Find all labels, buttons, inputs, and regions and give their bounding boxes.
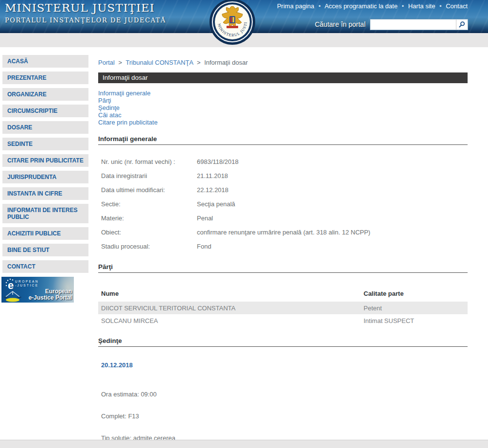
sidebar-item-achizitii-publice[interactable]: ACHIZITII PUBLICE [2, 227, 88, 240]
ejustice-logo-line2: -JUSTICE [15, 284, 38, 287]
party-name: DIICOT SERVICIUL TERITORIAL CONSTANTA [101, 305, 364, 312]
field-value: confirmare renunţare urmărire penală (ar… [197, 229, 468, 243]
hearing-details: Ora estimata: 09:00 Complet: F13 Tip sol… [98, 376, 468, 440]
ejustice-logo-letter: e [8, 279, 14, 291]
sidebar-item-citare-prin-publicitate[interactable]: CITARE PRIN PUBLICITATE [2, 154, 88, 167]
main-content: Portal > Tribunalul CONSTANŢA > Informaţ… [98, 47, 468, 440]
scales-of-justice-icon [2, 290, 23, 302]
page-footer [0, 440, 488, 448]
sidebar-item-contact[interactable]: CONTACT [2, 260, 88, 273]
party-name: SOLCANU MIRCEA [101, 317, 364, 324]
hearing-session: 20.12.2018 Ora estimata: 09:00 Complet: … [98, 361, 468, 440]
table-row: DIICOT SERVICIUL TERITORIAL CONSTANTA Pe… [98, 302, 468, 314]
hearing-line-ora-estimata: Ora estimata: 09:00 [101, 391, 468, 398]
search-input[interactable] [370, 19, 456, 30]
field-value: Fond [197, 243, 468, 257]
party-role: Petent [364, 305, 468, 312]
hearing-line-tip-solutie: Tip solutie: admite cererea [101, 434, 468, 440]
sidebar-item-organizare[interactable]: ORGANIZARE [2, 88, 88, 101]
sidebar-item-dosare[interactable]: DOSARE [2, 121, 88, 134]
nav-link-contact[interactable]: Contact [446, 2, 468, 10]
sidebar-item-informatii-de-interes-public[interactable]: INFORMATII DE INTERES PUBLIC [2, 204, 88, 223]
coat-of-arms-icon: MINISTERUL JUSTIŢIEI [209, 0, 256, 45]
column-header-nume: Nume [101, 290, 364, 297]
ejustice-banner-title-line2: e-Justice Portal [29, 295, 72, 301]
general-info-fields: Nr. unic (nr. format vechi) : 6983/118/2… [98, 158, 468, 257]
site-title: MINISTERUL JUSTIŢIEI [5, 1, 166, 14]
field-label: Nr. unic (nr. format vechi) : [101, 158, 197, 172]
sidebar-item-bine-de-stiut[interactable]: BINE DE STIUT [2, 244, 88, 256]
nav-link-harta-site[interactable]: Harta site [408, 2, 436, 10]
parties-table-header: Nume Calitate parte [98, 287, 468, 302]
field-row-data-ultimei-modificari: Data ultimei modificari: 22.12.2018 [98, 186, 468, 200]
breadcrumb-current: Informaţii dosar [204, 59, 248, 66]
field-value: Penal [197, 215, 468, 229]
sidebar-item-circumscriptie[interactable]: CIRCUMSCRIPTIE [2, 105, 88, 117]
field-label: Sectie: [101, 200, 197, 215]
column-header-calitate-parte: Calitate parte [364, 290, 468, 297]
nav-separator: • [402, 2, 404, 10]
field-row-sectie: Sectie: Secţia penală [98, 200, 468, 215]
header-nav: Prima pagina • Acces programatic la date… [277, 2, 468, 10]
field-value: 6983/118/2018 [197, 158, 468, 172]
sidebar-item-acasa[interactable]: ACASĂ [2, 55, 88, 68]
sidebar-item-prezentare[interactable]: PREZENTARE [2, 72, 88, 84]
section-links: Informaţii generale Părţi Şedinţe Căi at… [98, 90, 468, 126]
field-value: 21.11.2018 [197, 172, 468, 186]
party-role: Intimat SUSPECT [364, 317, 468, 324]
ejustice-banner-title: European e-Justice Portal [29, 288, 72, 301]
field-row-materie: Materie: Penal [98, 215, 468, 229]
ejustice-logo-line1: UROPEAN [15, 280, 39, 283]
sidebar-item-instanta-in-cifre[interactable]: INSTANTA IN CIFRE [2, 187, 88, 200]
table-row: SOLCANU MIRCEA Intimat SUSPECT [98, 314, 468, 327]
page-title-bar: Informaţii dosar [98, 72, 468, 83]
general-info-heading: Informaţii generale [98, 135, 468, 145]
section-link-informatii-generale[interactable]: Informaţii generale [98, 90, 468, 97]
field-label: Stadiu procesual: [101, 243, 197, 257]
breadcrumb-separator: > [119, 59, 122, 66]
section-link-parti[interactable]: Părţi [98, 97, 468, 104]
section-link-citare-prin-publicitate[interactable]: Citare prin publicitate [98, 119, 468, 126]
site-subtitle: PORTALUL INSTANŢELOR DE JUDECATĂ [5, 17, 166, 24]
field-label: Materie: [101, 215, 197, 229]
sidebar-item-sedinte[interactable]: SEDINTE [2, 138, 88, 150]
field-label: Obiect: [101, 229, 197, 243]
field-value: 22.12.2018 [197, 186, 468, 200]
parties-heading: Părţi [98, 263, 468, 273]
field-row-data-inregistrarii: Data inregistrarii 21.11.2018 [98, 172, 468, 186]
site-brand: MINISTERUL JUSTIŢIEI PORTALUL INSTANŢELO… [5, 1, 166, 24]
nav-link-prima-pagina[interactable]: Prima pagina [277, 2, 314, 10]
hearing-line-complet: Complet: F13 [101, 412, 468, 420]
breadcrumb-link-tribunal[interactable]: Tribunalul CONSTANŢA [126, 59, 193, 66]
field-label: Data inregistrarii [101, 172, 197, 186]
page-body: ACASĂ PREZENTARE ORGANIZARE CIRCUMSCRIPT… [0, 47, 488, 440]
nav-link-acces-programatic[interactable]: Acces programatic la date [325, 2, 398, 10]
section-link-sedinte[interactable]: Şedinţe [98, 104, 468, 111]
field-row-obiect: Obiect: confirmare renunţare urmărire pe… [98, 229, 468, 243]
search-label: Căutare în portal [315, 20, 366, 28]
breadcrumb: Portal > Tribunalul CONSTANŢA > Informaţ… [98, 59, 468, 66]
breadcrumb-link-portal[interactable]: Portal [98, 59, 115, 66]
breadcrumb-separator: > [197, 59, 201, 66]
nav-separator: • [439, 2, 442, 10]
hearing-date-link[interactable]: 20.12.2018 [98, 361, 468, 369]
ejustice-portal-banner[interactable]: e UROPEAN -JUSTICE European e-Justice Po… [1, 277, 74, 303]
portal-search: Căutare în portal [315, 18, 468, 30]
sidebar-nav: ACASĂ PREZENTARE ORGANIZARE CIRCUMSCRIPT… [2, 55, 88, 303]
ministry-seal-logo: MINISTERUL JUSTIŢIEI [209, 0, 256, 45]
field-row-nr-unic: Nr. unic (nr. format vechi) : 6983/118/2… [98, 158, 468, 172]
field-label: Data ultimei modificari: [101, 186, 197, 200]
sidebar-item-jurisprudenta[interactable]: JURISPRUDENTA [2, 171, 88, 183]
parties-table: Nume Calitate parte DIICOT SERVICIUL TER… [98, 287, 468, 327]
nav-separator: • [318, 2, 321, 10]
hearings-heading: Şedinţe [98, 337, 468, 347]
site-header: MINISTERUL JUSTIŢIEI PORTALUL INSTANŢELO… [0, 0, 488, 33]
field-row-stadiu-procesual: Stadiu procesual: Fond [98, 243, 468, 257]
search-button[interactable] [456, 19, 468, 30]
section-link-cai-atac[interactable]: Căi atac [98, 111, 468, 119]
field-value: Secţia penală [197, 200, 468, 215]
search-icon [458, 21, 466, 28]
